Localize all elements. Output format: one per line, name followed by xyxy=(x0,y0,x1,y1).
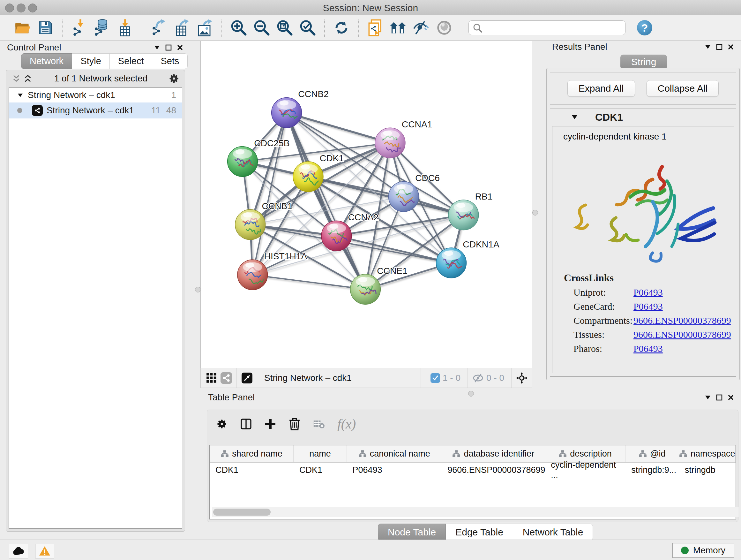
show-all-nodes-button[interactable] xyxy=(389,18,408,37)
node-hist1h1a[interactable]: HIST1H1A xyxy=(238,251,307,290)
hidden-eye-icon[interactable] xyxy=(472,373,484,383)
close-panel-icon[interactable] xyxy=(725,393,737,402)
network-row[interactable]: String Network – cdk1 11 48 xyxy=(9,103,182,118)
collapse-panel-icon[interactable] xyxy=(151,43,163,52)
table-horizontal-scrollbar[interactable] xyxy=(212,507,738,517)
export-table-button[interactable] xyxy=(173,18,191,37)
tab-style[interactable]: Style xyxy=(72,53,110,69)
gene-section-header[interactable]: CDK1 xyxy=(550,109,736,125)
cell[interactable]: cyclin-dependent ... xyxy=(545,462,625,477)
tab-string[interactable]: String xyxy=(620,55,667,69)
edge[interactable] xyxy=(286,113,390,143)
import-network-from-database-button[interactable] xyxy=(93,18,111,37)
cell[interactable]: stringdb xyxy=(679,462,736,477)
table-options-gear-icon[interactable] xyxy=(216,419,227,429)
hide-selected-button[interactable] xyxy=(412,18,430,37)
node-cdk1[interactable]: CDK1 xyxy=(293,153,344,192)
close-panel-icon[interactable] xyxy=(725,42,737,52)
cell[interactable]: CDK1 xyxy=(293,462,347,477)
collapse-panel-icon[interactable] xyxy=(702,42,714,52)
tab-select[interactable]: Select xyxy=(110,53,152,69)
column-header-name[interactable]: name xyxy=(293,445,347,462)
zoom-in-button[interactable] xyxy=(229,18,248,37)
cell[interactable]: P06493 xyxy=(347,462,442,477)
float-panel-icon[interactable] xyxy=(163,43,174,52)
collection-expand-icon[interactable] xyxy=(18,94,23,97)
tab-sets[interactable]: Sets xyxy=(152,53,188,69)
import-network-button[interactable] xyxy=(70,18,88,37)
fit-content-crosshair-icon[interactable] xyxy=(516,373,528,383)
column-header-shared-name[interactable]: shared name xyxy=(210,445,293,462)
search-input[interactable] xyxy=(468,20,625,35)
zoom-out-button[interactable] xyxy=(253,18,271,37)
export-network-button[interactable] xyxy=(150,18,168,37)
help-button[interactable]: ? xyxy=(637,20,652,36)
add-column-icon[interactable] xyxy=(265,419,276,429)
grid-view-icon[interactable] xyxy=(206,373,217,383)
import-table-button[interactable] xyxy=(116,18,134,37)
network-view-canvas[interactable]: CCNB2CCNA1CDC25BCDK1CDC6RB1CCNB1CCNA2CDK… xyxy=(200,41,532,368)
zoom-fit-button[interactable] xyxy=(275,18,294,37)
control-panel: Control Panel NetworkStyleSelectSets 1 o… xyxy=(0,41,190,540)
edge[interactable] xyxy=(253,113,286,275)
memory-button[interactable]: Memory xyxy=(672,543,734,558)
expand-all-button[interactable]: Expand All xyxy=(567,80,635,97)
cell[interactable]: CDK1 xyxy=(210,462,293,477)
tab-network-table[interactable]: Network Table xyxy=(513,523,593,541)
crosslink-value-link[interactable]: P06493 xyxy=(633,287,663,298)
column-header-namespace[interactable]: namespace xyxy=(679,445,736,462)
show-columns-icon[interactable] xyxy=(240,419,252,429)
node-ccna1[interactable]: CCNA1 xyxy=(375,119,432,158)
column-header-database-identifier[interactable]: database identifier xyxy=(442,445,545,462)
cell[interactable]: stringdb:9... xyxy=(625,462,679,477)
apply-layout-button[interactable] xyxy=(332,18,351,37)
right-splitter-handle[interactable] xyxy=(532,210,538,215)
crosslink-value-link[interactable]: P06493 xyxy=(633,301,663,312)
collapse-panel-icon[interactable] xyxy=(702,393,714,402)
export-image-button[interactable] xyxy=(196,18,214,37)
delete-column-icon[interactable] xyxy=(289,419,300,429)
expand-all-networks-icon[interactable] xyxy=(22,74,33,83)
cloud-status-button[interactable] xyxy=(9,544,28,558)
collapse-all-networks-icon[interactable] xyxy=(10,74,22,83)
network-collection-row[interactable]: String Network – cdk1 1 xyxy=(9,88,182,103)
crosslink-row: Tissues:9606.ENSP00000378699 xyxy=(574,329,734,340)
save-session-button[interactable] xyxy=(36,18,55,37)
column-header--id[interactable]: @id xyxy=(625,445,679,462)
tab-network[interactable]: Network xyxy=(21,53,72,69)
selected-nodes-checkbox[interactable] xyxy=(430,373,440,383)
cell[interactable]: 9606.ENSP00000378699 xyxy=(442,462,545,477)
open-session-button[interactable] xyxy=(13,18,31,37)
collapse-all-button[interactable]: Collapse All xyxy=(647,80,719,97)
warnings-button[interactable] xyxy=(35,544,54,558)
string-network-graph[interactable]: CCNB2CCNA1CDC25BCDK1CDC6RB1CCNB1CCNA2CDK… xyxy=(201,41,532,368)
gene-collapse-icon[interactable] xyxy=(572,115,577,119)
float-panel-icon[interactable] xyxy=(714,393,725,402)
node-cdkn1a[interactable]: CDKN1A xyxy=(436,239,499,278)
crosslink-value-link[interactable]: P06493 xyxy=(633,343,663,354)
edge[interactable] xyxy=(253,275,365,289)
node-label: RB1 xyxy=(475,191,493,201)
share-view-icon[interactable] xyxy=(220,373,232,383)
edge[interactable] xyxy=(286,113,365,289)
tab-node-table[interactable]: Node Table xyxy=(378,523,446,541)
clone-network-button[interactable] xyxy=(366,18,385,37)
crosslink-value-link[interactable]: 9606.ENSP00000378699 xyxy=(633,329,731,340)
edge[interactable] xyxy=(308,177,464,215)
tab-edge-table[interactable]: Edge Table xyxy=(446,523,513,541)
node-ccne1[interactable]: CCNE1 xyxy=(350,266,408,305)
crosslink-value-link[interactable]: 9606.ENSP00000378699 xyxy=(633,315,731,326)
scrollbar-thumb[interactable] xyxy=(213,509,271,516)
birds-eye-view-icon[interactable] xyxy=(241,373,253,383)
table-row[interactable]: CDK1CDK1P064939606.ENSP00000378699cyclin… xyxy=(210,462,736,477)
left-splitter-handle[interactable] xyxy=(195,287,201,293)
network-options-gear-icon[interactable] xyxy=(168,74,180,83)
zoom-selected-button[interactable] xyxy=(298,18,317,37)
column-header-description[interactable]: description xyxy=(545,445,625,462)
table-container: f(x) shared namenamecanonical namedataba… xyxy=(207,410,738,522)
show-hidden-button[interactable] xyxy=(435,18,454,37)
node-rb1[interactable]: RB1 xyxy=(448,191,493,230)
column-header-canonical-name[interactable]: canonical name xyxy=(347,445,442,462)
float-panel-icon[interactable] xyxy=(714,42,725,52)
close-panel-icon[interactable] xyxy=(174,43,186,52)
